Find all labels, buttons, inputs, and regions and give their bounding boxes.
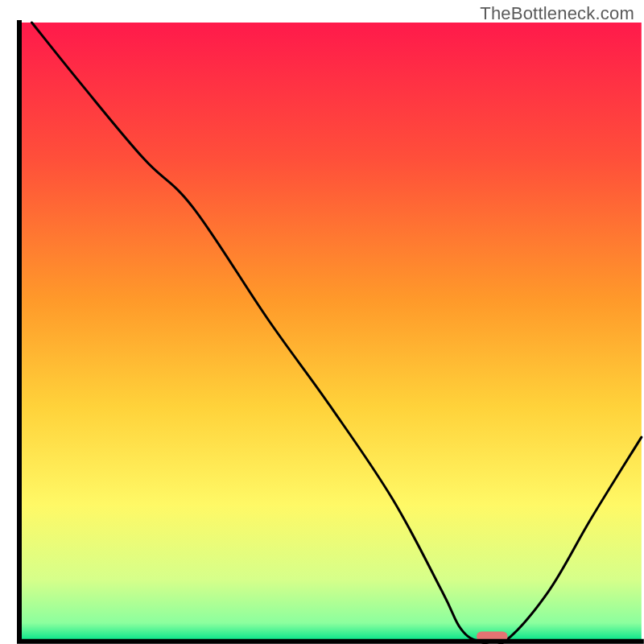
watermark-text: TheBottleneck.com xyxy=(480,3,634,24)
chart-container: TheBottleneck.com xyxy=(0,0,644,644)
bottleneck-chart xyxy=(0,0,644,644)
gradient-background xyxy=(19,23,642,642)
